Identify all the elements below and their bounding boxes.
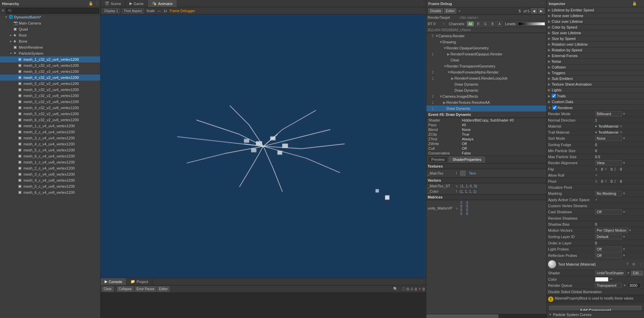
cast-shadows-value[interactable]: Off ▼ bbox=[595, 209, 643, 215]
disable-button[interactable]: Disable bbox=[428, 8, 443, 13]
tree-item-mesh11[interactable]: ► ▣ mesh_6_c32_v2_uv8_vertex1200 bbox=[0, 117, 100, 123]
inspector-menu-icon[interactable]: ⋮ bbox=[638, 1, 642, 6]
fd-item-drawing[interactable]: ▼ Drawing bbox=[426, 39, 546, 45]
masking-value[interactable]: No Masking ▼ bbox=[595, 191, 643, 196]
renderer-checkbox[interactable] bbox=[552, 105, 557, 110]
editor-mode-button[interactable]: Editor bbox=[444, 8, 456, 13]
channel-b[interactable]: B bbox=[490, 21, 495, 27]
error-pause-button[interactable]: Error Pause bbox=[135, 286, 156, 291]
tree-item-mesh5[interactable]: ► ▣ mesh_5_c32_v2_uv4_vertex1200 bbox=[0, 81, 100, 87]
fd-item-forward-opaque[interactable]: 1 ▶ RenderForwardOpaque.Render bbox=[426, 51, 546, 57]
section-sub-emitters[interactable]: ▶ Sub Emitters bbox=[547, 76, 644, 82]
fd-expand-icon[interactable]: ▼ bbox=[439, 40, 442, 44]
tree-item-mesh12[interactable]: ► ▣ mesh_1_c_v4_uv4_vertex1200 bbox=[0, 123, 100, 129]
rt-dropdown[interactable]: ▼ bbox=[442, 22, 446, 26]
sort-mode-value[interactable]: None ▼ bbox=[595, 136, 643, 141]
fd-expand-icon[interactable]: ▼ bbox=[447, 70, 450, 74]
tab-animator[interactable]: 🎭 Animator bbox=[148, 0, 177, 7]
section-color-speed[interactable]: ▶ Color by Speed bbox=[547, 25, 644, 30]
fd-item-clear[interactable]: ▶ Clear bbox=[426, 57, 546, 63]
tree-menu[interactable]: ⋮ bbox=[43, 15, 46, 19]
section-collision[interactable]: ▶ Collision bbox=[547, 64, 644, 70]
tree-item-mesh2[interactable]: ► ▣ mesh_2_c32_v2_uv4_vertex1200 bbox=[0, 62, 100, 69]
tree-item-mesh21[interactable]: ► ▣ mesh_4_c_v4_uv8_vertex1200 bbox=[0, 177, 100, 183]
material-settings-icon[interactable]: ⚙ bbox=[632, 262, 636, 267]
scale-slider[interactable]: — bbox=[158, 9, 161, 13]
section-renderer[interactable]: ▼ Renderer bbox=[547, 105, 644, 111]
fd-expand-icon[interactable]: ▶ bbox=[443, 100, 446, 105]
tree-item-mesh7[interactable]: ► ▣ mesh_2_c32_v2_uv8_vertex1200 bbox=[0, 93, 100, 99]
tree-arrow[interactable]: ▼ bbox=[5, 15, 9, 19]
light-probes-value[interactable]: Off ▼ bbox=[595, 246, 643, 252]
tree-item-mesh23[interactable]: ► ▣ mesh_6_c_v4_uv8_vertex1200 bbox=[0, 189, 100, 195]
tab-shader-properties[interactable]: ShaderProperties bbox=[449, 156, 485, 163]
tab-console[interactable]: ▶ Console bbox=[101, 278, 126, 285]
collapse-button[interactable]: Collapse bbox=[117, 286, 133, 291]
tree-item-mesh6[interactable]: ► ▣ mesh_6_c32_v2_uv4_vertex1200 bbox=[0, 87, 100, 93]
color-picker-icon[interactable]: ✏ bbox=[610, 277, 613, 281]
frame-debug-menu-icon[interactable]: ⋮ bbox=[541, 1, 544, 6]
render-queue-preset[interactable]: Transparent bbox=[595, 283, 622, 288]
fd-expand-icon[interactable]: ▼ bbox=[435, 34, 438, 38]
tree-item-bone[interactable]: ► ◈ Bone bbox=[0, 38, 100, 44]
fd-expand-icon[interactable]: ▶ bbox=[451, 76, 454, 81]
tree-item-particlesystem[interactable]: ▼ ✦ ParticleSystem bbox=[0, 50, 100, 56]
tree-item-maincam[interactable]: ► 📷 Main Camera bbox=[0, 20, 100, 26]
tab-preview[interactable]: Preview bbox=[428, 156, 448, 163]
tree-item-mesh15[interactable]: ► ▣ mesh_4_c_v4_uv4_vertex1200 bbox=[0, 141, 100, 147]
hierarchy-menu-icon[interactable]: ⋮ bbox=[95, 1, 98, 6]
tree-item-mesh20[interactable]: ► ▣ mesh_3_c_v4_uv8_vertex1200 bbox=[0, 171, 100, 177]
fd-item-resolve-aa[interactable]: 1 ▶ RenderTexture.ResolveAA bbox=[426, 99, 546, 105]
section-noise[interactable]: ▶ Noise bbox=[547, 59, 644, 64]
tree-item-mesh4[interactable]: ► ▣ mesh_4_c32_v2_uv4_vertex1200 bbox=[0, 75, 100, 81]
tree-item-mesh13[interactable]: ► ▣ mesh_2_c_v4_uv4_vertex1200 bbox=[0, 129, 100, 135]
editor-button[interactable]: Editor bbox=[157, 286, 169, 291]
section-external-forces[interactable]: ▶ External Forces bbox=[547, 53, 644, 59]
tab-scene[interactable]: 🎬 Scene bbox=[101, 0, 125, 7]
frame-debug-btn[interactable]: Frame Debugger bbox=[170, 9, 195, 13]
section-trails[interactable]: ▶ Trails bbox=[547, 93, 644, 99]
console-content[interactable] bbox=[101, 293, 426, 318]
frame-prev-button[interactable]: ◀ bbox=[531, 8, 537, 13]
hierarchy-content[interactable]: ▼ 🌐 DynamicBatch* ⋮ ► 📷 Main Camera ► ▣ … bbox=[0, 14, 100, 318]
tree-item-mesh19[interactable]: ► ▣ mesh_2_c_v4_uv8_vertex1200 bbox=[0, 165, 100, 171]
fd-item-draw-dynamic-3[interactable]: 1 ▶ Draw Dynamic bbox=[426, 105, 546, 111]
render-alignment-value[interactable]: View ▼ bbox=[595, 160, 643, 166]
section-custom-data[interactable]: ▶ Custom Data bbox=[547, 99, 644, 105]
tree-arrow[interactable]: ▼ bbox=[9, 52, 13, 55]
fd-item-forward-alpha[interactable]: 2 ▼ RenderForwardAlpha.Render bbox=[426, 69, 546, 75]
console-menu-icon[interactable]: ⋮ bbox=[418, 279, 426, 284]
fd-item-loop-job[interactable]: 1 ▶ RenderForward.RenderLoopJob bbox=[426, 75, 546, 81]
motion-vectors-value[interactable]: Per Object Motion ▼ bbox=[595, 228, 643, 233]
search-icon[interactable]: 🔍 bbox=[393, 287, 398, 291]
shader-dropdown[interactable]: Unlit/TestShader bbox=[595, 270, 626, 276]
channel-r[interactable]: R bbox=[475, 21, 481, 27]
fd-expand-icon[interactable]: ▼ bbox=[443, 64, 446, 68]
reflection-probes-dropdown[interactable]: Off bbox=[595, 253, 622, 258]
clear-button[interactable]: Clear bbox=[102, 286, 113, 291]
shader-edit-button[interactable]: Edit... bbox=[631, 271, 643, 276]
render-alignment-dropdown[interactable]: View bbox=[595, 160, 622, 166]
tree-item-meshrenderer[interactable]: ► ▣ MeshRenderer bbox=[0, 44, 100, 50]
light-probes-dropdown[interactable]: Off bbox=[595, 246, 622, 252]
channel-a[interactable]: A bbox=[497, 21, 502, 27]
fd-expand-icon[interactable]: ▼ bbox=[439, 94, 442, 98]
section-lifetime-emitter[interactable]: ▶ Lifetime by Emitter Speed bbox=[547, 7, 644, 13]
tree-item-mesh9[interactable]: ► ▣ mesh_4_c32_v2_uv8_vertex1200 bbox=[0, 105, 100, 111]
render-mode-dropdown[interactable]: Billboard bbox=[595, 111, 622, 117]
tree-arrow[interactable]: ► bbox=[9, 40, 13, 43]
add-component-button[interactable]: Add Component bbox=[549, 306, 641, 311]
apply-color-checkbox[interactable]: ✓ bbox=[595, 197, 643, 202]
tree-item-quad[interactable]: ► ▣ Quad bbox=[0, 26, 100, 32]
fd-item-camera-render[interactable]: 5 ▼ Camera.Render bbox=[426, 33, 546, 39]
material-help-icon[interactable]: ? bbox=[626, 262, 629, 267]
section-force-lifetime[interactable]: ▶ Force over Lifetime bbox=[547, 13, 644, 19]
hierarchy-search-input[interactable] bbox=[6, 8, 99, 13]
aspect-select[interactable]: Free Aspect bbox=[122, 8, 144, 13]
tree-item-mesh10[interactable]: ► ▣ mesh_5_c32_v2_uv8_vertex1200 bbox=[0, 111, 100, 117]
section-lights[interactable]: ▶ Lights bbox=[547, 87, 644, 93]
section-triggers[interactable]: ▶ Triggers bbox=[547, 70, 644, 76]
reflection-probes-value[interactable]: Off ▼ bbox=[595, 253, 643, 258]
render-queue-number[interactable]: 3000 bbox=[628, 283, 641, 288]
inspector-lock-icon[interactable]: 🔓 bbox=[632, 1, 637, 6]
